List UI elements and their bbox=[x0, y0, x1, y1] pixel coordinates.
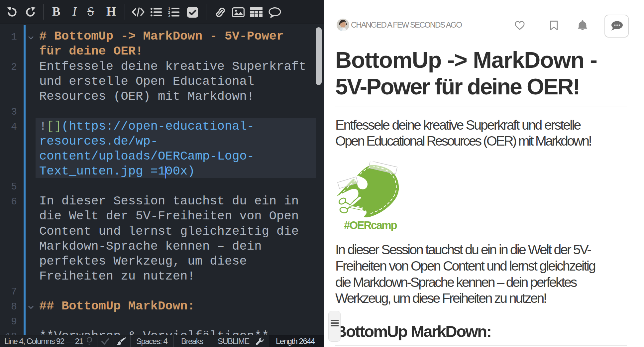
svg-text:3: 3 bbox=[168, 14, 170, 17]
svg-text:#OERcamp: #OERcamp bbox=[344, 219, 397, 231]
